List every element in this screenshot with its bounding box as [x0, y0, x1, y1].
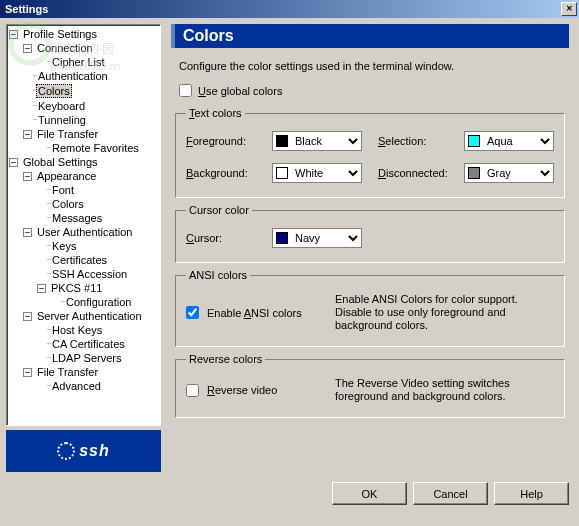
tree-global-settings[interactable]: Global Settings	[21, 156, 100, 168]
reverse-video-checkbox[interactable]	[186, 384, 199, 397]
background-label: Background:	[186, 167, 264, 179]
ansi-colors-legend: ANSI colors	[186, 269, 250, 281]
tree-colors-global[interactable]: Colors	[50, 198, 86, 210]
collapse-icon[interactable]: −	[23, 130, 32, 139]
collapse-icon[interactable]: −	[23, 368, 32, 377]
collapse-icon[interactable]: −	[23, 44, 32, 53]
tree-connection[interactable]: Connection	[35, 42, 95, 54]
enable-ansi-checkbox[interactable]	[186, 306, 199, 319]
collapse-icon[interactable]: −	[23, 228, 32, 237]
tree-colors[interactable]: Colors	[36, 84, 72, 98]
enable-ansi-label[interactable]: Enable ANSI colors	[207, 307, 327, 319]
cancel-button[interactable]: Cancel	[413, 482, 488, 505]
titlebar: Settings ✕	[0, 0, 579, 18]
tree-advanced[interactable]: Advanced	[50, 380, 103, 392]
tree-remote-favorites[interactable]: Remote Favorites	[50, 142, 141, 154]
background-select[interactable]: White	[272, 163, 362, 183]
tree-server-auth[interactable]: Server Authentication	[35, 310, 144, 322]
tree-certificates[interactable]: Certificates	[50, 254, 109, 266]
tree-ca-certificates[interactable]: CA Certificates	[50, 338, 127, 350]
tree-host-keys[interactable]: Host Keys	[50, 324, 104, 336]
ok-button[interactable]: OK	[332, 482, 407, 505]
cursor-label: Cursor:	[186, 232, 264, 244]
cursor-color-legend: Cursor color	[186, 204, 252, 216]
text-colors-group: Text colors Foreground: Black Selection:…	[175, 107, 565, 198]
window-title: Settings	[2, 3, 561, 15]
tree-font[interactable]: Font	[50, 184, 76, 196]
tree-profile-settings[interactable]: Profile Settings	[21, 28, 99, 40]
logo-ring-icon	[57, 442, 75, 460]
text-colors-legend: Text colors	[186, 107, 245, 119]
disconnected-label: Disconnected:	[378, 167, 456, 179]
cursor-select[interactable]: Navy	[272, 228, 362, 248]
tree-messages[interactable]: Messages	[50, 212, 104, 224]
close-button[interactable]: ✕	[561, 2, 577, 16]
ansi-colors-group: ANSI colors Enable ANSI colors Enable AN…	[175, 269, 565, 347]
reverse-hint: The Reverse Video setting switches foreg…	[335, 377, 554, 403]
foreground-select[interactable]: Black	[272, 131, 362, 151]
button-bar: OK Cancel Help	[0, 478, 579, 505]
tree-authentication[interactable]: Authentication	[36, 70, 110, 82]
foreground-label: Foreground:	[186, 135, 264, 147]
use-global-colors-label[interactable]: Use global colors	[198, 85, 282, 97]
page-title: Colors	[171, 24, 569, 48]
tree-keys[interactable]: Keys	[50, 240, 78, 252]
reverse-colors-group: Reverse colors Reverse video The Reverse…	[175, 353, 565, 418]
ansi-hint: Enable ANSI Colors for color support. Di…	[335, 293, 554, 332]
selection-label: Selection:	[378, 135, 456, 147]
tree-tunneling[interactable]: Tunneling	[36, 114, 88, 126]
collapse-icon[interactable]: −	[23, 172, 32, 181]
use-global-colors-checkbox[interactable]	[179, 84, 192, 97]
page-description: Configure the color settings used in the…	[171, 56, 569, 80]
selection-select[interactable]: Aqua	[464, 131, 554, 151]
collapse-icon[interactable]: −	[23, 312, 32, 321]
reverse-colors-legend: Reverse colors	[186, 353, 265, 365]
collapse-icon[interactable]: −	[9, 30, 18, 39]
cursor-color-group: Cursor color Cursor: Navy	[175, 204, 565, 263]
tree-ldap-servers[interactable]: LDAP Servers	[50, 352, 124, 364]
help-button[interactable]: Help	[494, 482, 569, 505]
tree-user-auth[interactable]: User Authentication	[35, 226, 134, 238]
disconnected-select[interactable]: Gray	[464, 163, 554, 183]
tree-configuration[interactable]: Configuration	[64, 296, 133, 308]
tree-appearance[interactable]: Appearance	[35, 170, 98, 182]
tree-file-transfer[interactable]: File Transfer	[35, 128, 100, 140]
tree-file-transfer-global[interactable]: File Transfer	[35, 366, 100, 378]
ssh-logo: ssh	[6, 430, 161, 472]
tree-keyboard[interactable]: Keyboard	[36, 100, 87, 112]
collapse-icon[interactable]: −	[37, 284, 46, 293]
tree-ssh-accession[interactable]: SSH Accession	[50, 268, 129, 280]
reverse-video-label[interactable]: Reverse video	[207, 384, 327, 396]
collapse-icon[interactable]: −	[9, 158, 18, 167]
tree-cipher-list[interactable]: Cipher List	[50, 56, 107, 68]
tree-pkcs11[interactable]: PKCS #11	[49, 282, 104, 294]
settings-tree[interactable]: −Profile Settings −Connection ┈Cipher Li…	[6, 24, 161, 426]
